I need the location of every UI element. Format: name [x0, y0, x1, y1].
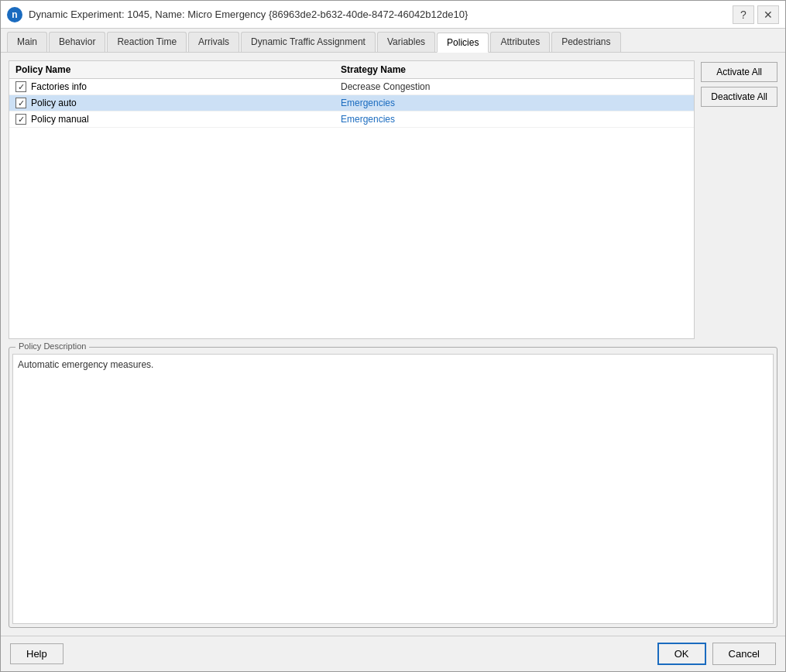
policy-checkbox[interactable] — [15, 98, 26, 108]
title-bar-controls: ? ✕ — [733, 5, 779, 24]
table-row[interactable]: Policy autoEmergencies — [9, 95, 694, 111]
activate-all-button[interactable]: Activate All — [701, 62, 777, 82]
strategy-name: Emergencies — [341, 114, 688, 125]
policy-name: Policy auto — [31, 98, 77, 108]
tab-arrivals[interactable]: Arrivals — [188, 32, 239, 52]
table-row[interactable]: Factories infoDecrease Congestion — [9, 79, 694, 95]
tab-dta[interactable]: Dynamic Traffic Assignment — [241, 32, 376, 52]
policies-table: Policy Name Strategy Name Factories info… — [9, 60, 695, 339]
ok-button[interactable]: OK — [657, 643, 706, 665]
side-buttons: Activate All Deactivate All — [701, 60, 777, 339]
tab-attributes[interactable]: Attributes — [490, 32, 550, 52]
title-bar: n Dynamic Experiment: 1045, Name: Micro … — [1, 1, 785, 29]
col-strategy-header: Strategy Name — [341, 64, 688, 75]
help-button[interactable]: ? — [733, 5, 754, 24]
table-body: Factories infoDecrease CongestionPolicy … — [9, 79, 694, 128]
tab-reaction[interactable]: Reaction Time — [107, 32, 187, 52]
tab-policies[interactable]: Policies — [437, 33, 489, 53]
policy-name: Factories info — [31, 81, 87, 92]
table-header: Policy Name Strategy Name — [9, 61, 694, 79]
description-legend: Policy Description — [15, 341, 89, 351]
main-window: n Dynamic Experiment: 1045, Name: Micro … — [0, 0, 786, 672]
tab-variables[interactable]: Variables — [377, 32, 435, 52]
policy-checkbox[interactable] — [15, 81, 26, 92]
description-group: Policy Description — [9, 347, 777, 628]
window-title: Dynamic Experiment: 1045, Name: Micro Em… — [29, 9, 733, 20]
cancel-button[interactable]: Cancel — [712, 643, 776, 665]
policy-checkbox[interactable] — [15, 114, 26, 125]
tab-pedestrians[interactable]: Pedestrians — [551, 32, 620, 52]
bottom-bar: Help OK Cancel — [1, 636, 785, 671]
close-button[interactable]: ✕ — [757, 5, 779, 24]
policies-panel: Policy Name Strategy Name Factories info… — [9, 60, 777, 339]
tab-behavior[interactable]: Behavior — [49, 32, 105, 52]
strategy-name: Emergencies — [341, 98, 688, 108]
tabs-bar: MainBehaviorReaction TimeArrivalsDynamic… — [1, 29, 785, 53]
help-bottom-button[interactable]: Help — [10, 643, 63, 664]
content-area: Policy Name Strategy Name Factories info… — [1, 53, 785, 636]
table-row[interactable]: Policy manualEmergencies — [9, 111, 694, 128]
tab-main[interactable]: Main — [7, 32, 47, 52]
deactivate-all-button[interactable]: Deactivate All — [701, 87, 777, 107]
strategy-name: Decrease Congestion — [341, 81, 688, 92]
col-policy-header: Policy Name — [15, 64, 341, 75]
bottom-right-buttons: OK Cancel — [657, 643, 776, 665]
app-icon: n — [7, 7, 22, 22]
policy-name: Policy manual — [31, 114, 89, 125]
description-textarea[interactable] — [12, 354, 774, 624]
